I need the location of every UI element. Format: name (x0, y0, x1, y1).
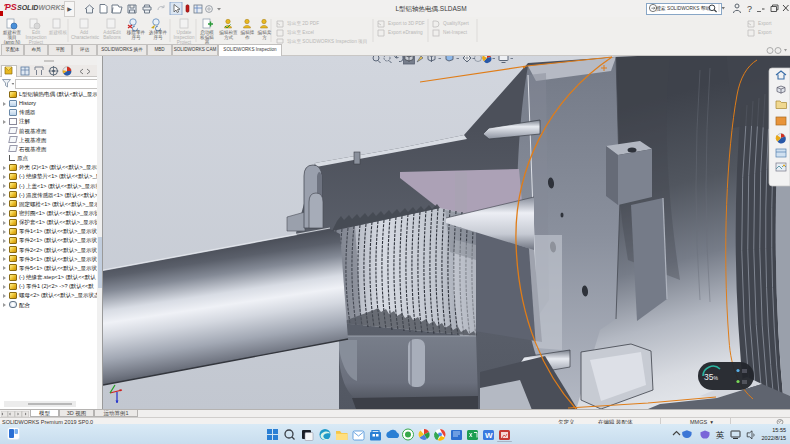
svg-text:QualityXpert: QualityXpert (443, 21, 469, 26)
svg-text:Export to 3D PDF: Export to 3D PDF (388, 21, 425, 26)
svg-text:W: W (485, 431, 493, 440)
svg-text:Export eDrawing: Export eDrawing (388, 30, 423, 35)
svg-text:英: 英 (715, 430, 725, 440)
svg-text:Export: Export (758, 30, 772, 35)
svg-text:导出至 Excel: 导出至 Excel (287, 29, 314, 35)
svg-text:Net-Inspect: Net-Inspect (443, 30, 468, 35)
svg-text:导出至 2D PDF: 导出至 2D PDF (287, 20, 319, 26)
svg-text:?: ? (747, 4, 752, 14)
svg-text:Export: Export (758, 21, 772, 26)
